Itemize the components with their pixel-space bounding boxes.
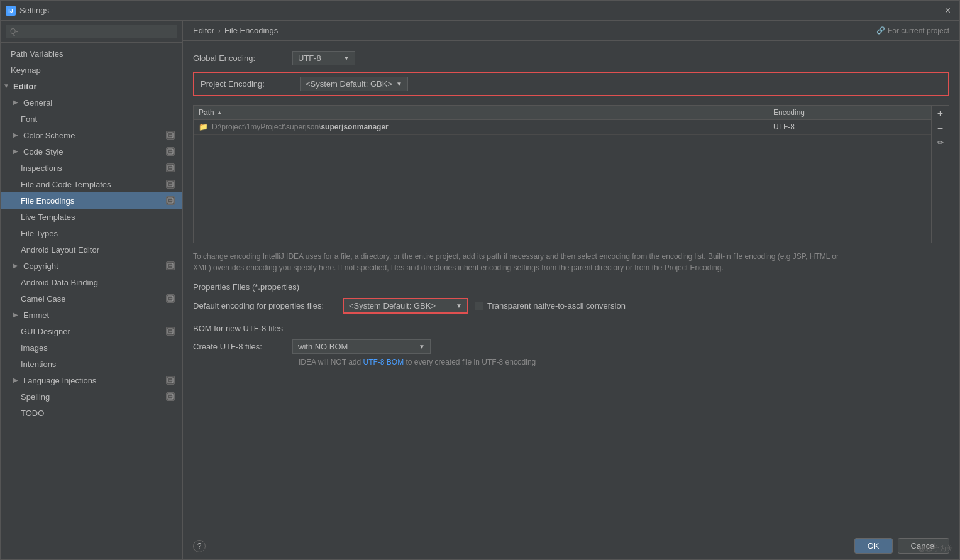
ok-button[interactable]: OK bbox=[854, 538, 893, 554]
properties-label: Default encoding for properties files: bbox=[193, 301, 338, 310]
sidebar-item-label: Language Injections bbox=[23, 376, 96, 385]
sidebar-item-label: File Types bbox=[21, 229, 58, 238]
watermark: @忿兮为美 bbox=[919, 544, 953, 553]
sidebar-item-label: Copyright bbox=[23, 261, 58, 271]
breadcrumb-current: File Encodings bbox=[224, 26, 278, 35]
bom-label: Create UTF-8 files: bbox=[193, 342, 287, 351]
sidebar-item-file-code-templates[interactable]: File and Code Templates bbox=[1, 176, 182, 192]
badge-icon bbox=[166, 131, 175, 140]
sidebar-item-label: General bbox=[23, 98, 52, 107]
bom-note: IDEA will NOT add UTF-8 BOM to every cre… bbox=[193, 358, 949, 366]
app-icon: IJ bbox=[6, 6, 16, 16]
search-input[interactable] bbox=[6, 25, 177, 38]
main-panel: Editor › File Encodings 🔗 For current pr… bbox=[183, 21, 959, 559]
sidebar-item-inspections[interactable]: Inspections bbox=[1, 160, 182, 176]
table-side-actions: + − ✏ bbox=[931, 106, 949, 243]
info-text: To change encoding IntelliJ IDEA uses fo… bbox=[193, 251, 853, 273]
folder-icon: 📁 bbox=[199, 123, 208, 131]
sidebar-item-android-layout-editor[interactable]: Android Layout Editor bbox=[1, 241, 182, 258]
badge-icon bbox=[166, 392, 175, 401]
sidebar-item-images[interactable]: Images bbox=[1, 339, 182, 356]
expand-arrow-icon bbox=[13, 376, 21, 384]
transparent-conversion-checkbox[interactable] bbox=[475, 302, 483, 310]
badge-icon bbox=[166, 196, 175, 205]
bom-note-link[interactable]: UTF-8 BOM bbox=[363, 358, 404, 366]
sidebar-item-file-types[interactable]: File Types bbox=[1, 225, 182, 241]
sidebar-item-todo[interactable]: TODO bbox=[1, 405, 182, 421]
sidebar-item-file-encodings[interactable]: File Encodings bbox=[1, 192, 182, 209]
sidebar-item-label: Color Scheme bbox=[23, 131, 75, 140]
sidebar-item-android-data-binding[interactable]: Android Data Binding bbox=[1, 274, 182, 290]
col-path-header[interactable]: Path ▲ bbox=[194, 106, 768, 119]
sidebar-item-label: Live Templates bbox=[21, 212, 75, 222]
path-bold: superjsonmanager bbox=[321, 123, 388, 131]
sidebar-item-intentions[interactable]: Intentions bbox=[1, 356, 182, 372]
properties-encoding-dropdown[interactable]: <System Default: GBK> ▼ bbox=[343, 298, 468, 314]
global-encoding-label: Global Encoding: bbox=[193, 53, 287, 63]
sidebar-item-editor[interactable]: Editor bbox=[1, 78, 182, 94]
badge-icon bbox=[166, 147, 175, 156]
help-button[interactable]: ? bbox=[193, 540, 206, 552]
search-box bbox=[1, 21, 182, 43]
col-path-label: Path bbox=[199, 108, 214, 117]
sidebar-item-gui-designer[interactable]: GUI Designer bbox=[1, 323, 182, 339]
dropdown-arrow-icon: ▼ bbox=[419, 343, 425, 350]
sidebar-item-label: Path Variables bbox=[11, 49, 63, 58]
expand-arrow-icon bbox=[13, 148, 21, 155]
footer: ? OK Cancel @忿兮为美 bbox=[183, 532, 959, 559]
badge-icon bbox=[166, 376, 175, 385]
badge-icon bbox=[166, 327, 175, 336]
for-project-link[interactable]: 🔗 For current project bbox=[876, 26, 949, 35]
properties-encoding-value: <System Default: GBK> bbox=[349, 301, 436, 310]
sort-arrow-icon: ▲ bbox=[217, 109, 223, 116]
sidebar-item-copyright[interactable]: Copyright bbox=[1, 258, 182, 274]
main-content: Path Variables Keymap Editor General bbox=[1, 21, 959, 559]
sidebar-item-font[interactable]: Font bbox=[1, 111, 182, 127]
add-row-button[interactable]: + bbox=[933, 107, 948, 121]
expand-arrow-icon bbox=[13, 99, 21, 106]
sidebar-item-label: Camel Case bbox=[21, 294, 66, 304]
encodings-table-wrapper: Path ▲ Encoding 📁 D:\project bbox=[193, 105, 949, 243]
project-encoding-value: <System Default: GBK> bbox=[306, 79, 392, 89]
sidebar-item-language-injections[interactable]: Language Injections bbox=[1, 372, 182, 388]
sidebar-item-color-scheme[interactable]: Color Scheme bbox=[1, 127, 182, 143]
global-encoding-row: Global Encoding: UTF-8 ▼ bbox=[193, 51, 949, 65]
transparent-conversion-label: Transparent native-to-ascii conversion bbox=[487, 301, 626, 310]
dropdown-arrow-icon: ▼ bbox=[456, 302, 462, 309]
breadcrumb-bar: Editor › File Encodings 🔗 For current pr… bbox=[183, 21, 959, 41]
project-encoding-label: Project Encoding: bbox=[201, 79, 295, 89]
sidebar-item-general[interactable]: General bbox=[1, 94, 182, 111]
table-header: Path ▲ Encoding bbox=[194, 106, 931, 120]
table-row[interactable]: 📁 D:\project\1myProject\superjson\superj… bbox=[194, 120, 931, 135]
for-project-label: For current project bbox=[888, 26, 949, 35]
col-encoding-label: Encoding bbox=[773, 108, 805, 117]
global-encoding-dropdown[interactable]: UTF-8 ▼ bbox=[292, 51, 355, 65]
sidebar-item-code-style[interactable]: Code Style bbox=[1, 143, 182, 160]
table-body: 📁 D:\project\1myProject\superjson\superj… bbox=[194, 120, 931, 246]
sidebar-item-live-templates[interactable]: Live Templates bbox=[1, 209, 182, 225]
sidebar-item-keymap[interactable]: Keymap bbox=[1, 62, 182, 78]
col-encoding-header[interactable]: Encoding bbox=[768, 106, 931, 119]
sidebar-item-label: Keymap bbox=[11, 65, 41, 75]
sidebar-item-path-variables[interactable]: Path Variables bbox=[1, 45, 182, 62]
settings-content: Global Encoding: UTF-8 ▼ Project Encodin… bbox=[183, 41, 959, 532]
table-cell-path: 📁 D:\project\1myProject\superjson\superj… bbox=[194, 120, 768, 134]
transparent-conversion-row: Transparent native-to-ascii conversion bbox=[475, 301, 626, 310]
breadcrumb-parent[interactable]: Editor bbox=[193, 26, 214, 35]
breadcrumb-separator: › bbox=[218, 26, 221, 35]
global-encoding-value: UTF-8 bbox=[298, 53, 321, 63]
sidebar-item-label: Images bbox=[21, 343, 48, 353]
sidebar-item-camel-case[interactable]: Camel Case bbox=[1, 290, 182, 307]
edit-row-button[interactable]: ✏ bbox=[933, 137, 948, 148]
sidebar-item-label: GUI Designer bbox=[21, 327, 70, 336]
sidebar-item-spelling[interactable]: Spelling bbox=[1, 388, 182, 405]
sidebar-item-label: Code Style bbox=[23, 147, 63, 156]
bom-dropdown[interactable]: with NO BOM ▼ bbox=[292, 339, 431, 354]
expand-arrow-icon bbox=[13, 262, 21, 270]
badge-icon bbox=[166, 261, 175, 270]
sidebar-item-emmet[interactable]: Emmet bbox=[1, 307, 182, 323]
close-button[interactable]: × bbox=[941, 4, 954, 18]
project-encoding-dropdown[interactable]: <System Default: GBK> ▼ bbox=[300, 77, 408, 91]
dropdown-arrow-icon: ▼ bbox=[343, 55, 350, 62]
remove-row-button[interactable]: − bbox=[933, 122, 948, 136]
